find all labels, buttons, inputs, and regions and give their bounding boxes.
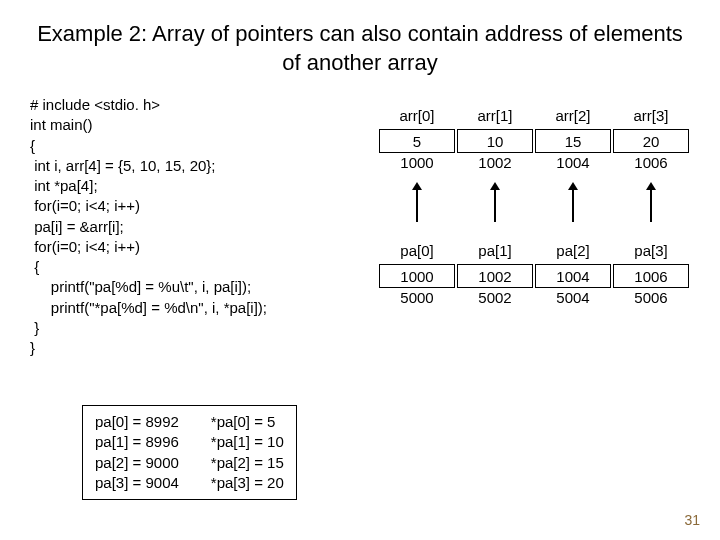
arr-value: 20	[613, 129, 689, 153]
pa-col: pa[0] 1000 5000	[378, 242, 456, 311]
arrow-up-icon	[409, 182, 425, 222]
arr-value: 10	[457, 129, 533, 153]
svg-marker-7	[646, 182, 656, 190]
pa-header: pa[0]	[400, 242, 433, 264]
arr-col: arr[2] 15 1004	[534, 107, 612, 222]
content-area: # include <stdio. h> int main() { int i,…	[30, 95, 690, 361]
arr-value: 15	[535, 129, 611, 153]
arrow-up-icon	[565, 182, 581, 222]
arr-header: arr[1]	[477, 107, 512, 129]
output-right: *pa[0] = 5 *pa[1] = 10 *pa[2] = 15 *pa[3…	[211, 412, 284, 493]
arr-col: arr[3] 20 1006	[612, 107, 690, 222]
arr-addr: 1004	[556, 154, 589, 176]
code-block: # include <stdio. h> int main() { int i,…	[30, 95, 368, 358]
arr-grid: arr[0] 5 1000 arr[1] 10 1002 arr[2] 15 1…	[378, 107, 690, 222]
pa-addr: 5000	[400, 289, 433, 311]
pa-header: pa[1]	[478, 242, 511, 264]
pa-value: 1006	[613, 264, 689, 288]
pa-col: pa[3] 1006 5006	[612, 242, 690, 311]
arr-col: arr[0] 5 1000	[378, 107, 456, 222]
pa-addr: 5006	[634, 289, 667, 311]
arr-addr: 1006	[634, 154, 667, 176]
output-left: pa[0] = 8992 pa[1] = 8996 pa[2] = 9000 p…	[95, 412, 179, 493]
page-number: 31	[684, 512, 700, 528]
code-section: # include <stdio. h> int main() { int i,…	[30, 95, 368, 361]
pa-value: 1002	[457, 264, 533, 288]
arrow-up-icon	[643, 182, 659, 222]
pa-value: 1004	[535, 264, 611, 288]
arr-value: 5	[379, 129, 455, 153]
pa-header: pa[2]	[556, 242, 589, 264]
arr-header: arr[3]	[633, 107, 668, 129]
pa-header: pa[3]	[634, 242, 667, 264]
arr-header: arr[0]	[399, 107, 434, 129]
pa-value: 1000	[379, 264, 455, 288]
arr-header: arr[2]	[555, 107, 590, 129]
svg-marker-5	[568, 182, 578, 190]
arr-addr: 1002	[478, 154, 511, 176]
svg-marker-1	[412, 182, 422, 190]
pa-addr: 5002	[478, 289, 511, 311]
arr-addr: 1000	[400, 154, 433, 176]
pa-grid: pa[0] 1000 5000 pa[1] 1002 5002 pa[2] 10…	[378, 242, 690, 311]
pa-col: pa[1] 1002 5002	[456, 242, 534, 311]
pa-col: pa[2] 1004 5004	[534, 242, 612, 311]
svg-marker-3	[490, 182, 500, 190]
diagram-section: arr[0] 5 1000 arr[1] 10 1002 arr[2] 15 1…	[368, 95, 690, 361]
pa-addr: 5004	[556, 289, 589, 311]
arr-col: arr[1] 10 1002	[456, 107, 534, 222]
output-box: pa[0] = 8992 pa[1] = 8996 pa[2] = 9000 p…	[82, 405, 297, 500]
arrow-up-icon	[487, 182, 503, 222]
slide-title: Example 2: Array of pointers can also co…	[30, 20, 690, 77]
